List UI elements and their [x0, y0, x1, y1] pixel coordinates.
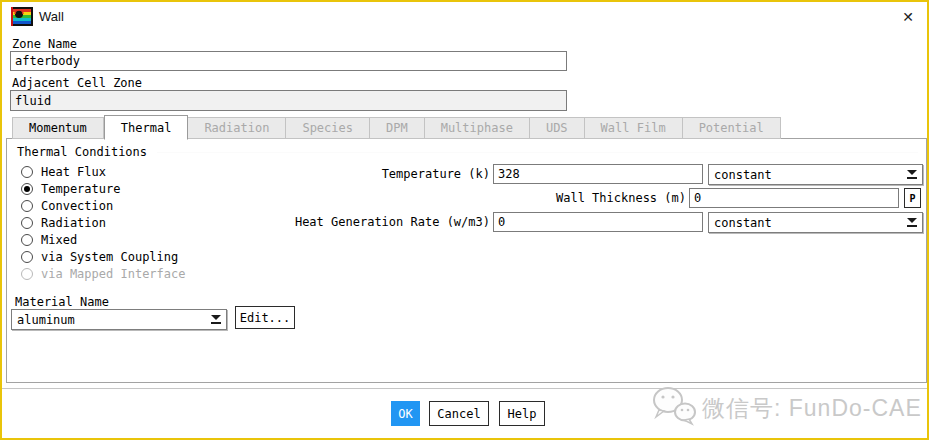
- dropdown-arrow-icon: [206, 310, 226, 329]
- radio-circle-icon: [21, 251, 33, 263]
- heat-generation-method-dropdown[interactable]: constant: [708, 212, 923, 233]
- radio-circle-icon: [21, 166, 33, 178]
- title-bar: Wall ✕: [2, 2, 927, 32]
- adjacent-cell-zone-input: [10, 90, 567, 111]
- tab-momentum[interactable]: Momentum: [12, 117, 104, 139]
- radio-label: Radiation: [41, 216, 106, 230]
- radio-circle-icon: [21, 234, 33, 246]
- dropdown-value: aluminum: [12, 313, 206, 327]
- radio-label: Convection: [41, 199, 113, 213]
- wall-thickness-profile-button[interactable]: P: [904, 188, 921, 208]
- tab-bar: Momentum Thermal Radiation Species DPM M…: [12, 114, 781, 139]
- zone-name-input[interactable]: [10, 51, 567, 71]
- tab-potential: Potential: [683, 117, 781, 139]
- thermal-conditions-radio-group: Heat Flux Temperature Convection Radiati…: [21, 163, 186, 282]
- radio-circle-icon: [21, 268, 33, 280]
- zone-name-label: Zone Name: [12, 37, 77, 51]
- tab-uds: UDS: [530, 117, 585, 139]
- help-button[interactable]: Help: [499, 401, 545, 426]
- radio-mixed[interactable]: Mixed: [21, 231, 186, 248]
- tab-wall-film: Wall Film: [585, 117, 683, 139]
- dropdown-arrow-icon: [902, 165, 922, 184]
- radio-label: Temperature: [41, 182, 120, 196]
- group-divider: [157, 152, 918, 153]
- tab-species: Species: [286, 117, 370, 139]
- adjacent-cell-zone-label: Adjacent Cell Zone: [12, 76, 142, 90]
- material-name-label: Material Name: [15, 295, 109, 309]
- close-icon[interactable]: ✕: [898, 7, 918, 27]
- wall-dialog: Wall ✕ Zone Name Adjacent Cell Zone Mome…: [0, 0, 929, 440]
- radio-via-mapped-interface: via Mapped Interface: [21, 265, 186, 282]
- dropdown-value: constant: [709, 168, 902, 182]
- wall-thickness-input[interactable]: [689, 188, 899, 208]
- radio-circle-icon: [21, 217, 33, 229]
- tab-thermal[interactable]: Thermal: [104, 115, 189, 140]
- radio-temperature[interactable]: Temperature: [21, 180, 186, 197]
- ok-button[interactable]: OK: [391, 401, 420, 426]
- thermal-tab-panel: Thermal Conditions Heat Flux Temperature…: [6, 138, 927, 383]
- tab-dpm: DPM: [370, 117, 425, 139]
- tab-multiphase: Multiphase: [425, 117, 530, 139]
- radio-label: Heat Flux: [41, 165, 106, 179]
- radio-label: via System Coupling: [41, 250, 178, 264]
- dropdown-value: constant: [709, 216, 902, 230]
- watermark-text: 微信号: FunDo-CAE: [702, 393, 922, 424]
- heat-generation-input[interactable]: [493, 212, 703, 232]
- heat-generation-label: Heat Generation Rate (w/m3): [187, 215, 490, 229]
- wall-thickness-label: Wall Thickness (m): [337, 191, 686, 205]
- window-title: Wall: [39, 9, 64, 24]
- radio-label: via Mapped Interface: [41, 267, 186, 281]
- radio-circle-icon: [21, 200, 33, 212]
- cancel-button[interactable]: Cancel: [429, 401, 489, 426]
- thermal-conditions-group-title: Thermal Conditions: [17, 145, 151, 159]
- fluent-app-icon: [11, 7, 33, 26]
- material-name-dropdown[interactable]: aluminum: [11, 309, 227, 330]
- footer-divider: [2, 388, 927, 390]
- material-edit-button[interactable]: Edit...: [235, 306, 295, 329]
- temperature-label: Temperature (k): [287, 167, 490, 181]
- radio-convection[interactable]: Convection: [21, 197, 186, 214]
- dropdown-arrow-icon: [902, 213, 922, 232]
- radio-circle-icon: [21, 183, 33, 195]
- radio-radiation[interactable]: Radiation: [21, 214, 186, 231]
- radio-label: Mixed: [41, 233, 77, 247]
- radio-via-system-coupling[interactable]: via System Coupling: [21, 248, 186, 265]
- temperature-input[interactable]: [493, 164, 703, 184]
- tab-radiation: Radiation: [188, 117, 286, 139]
- radio-heat-flux[interactable]: Heat Flux: [21, 163, 186, 180]
- temperature-method-dropdown[interactable]: constant: [708, 164, 923, 185]
- wechat-icon: [650, 385, 698, 427]
